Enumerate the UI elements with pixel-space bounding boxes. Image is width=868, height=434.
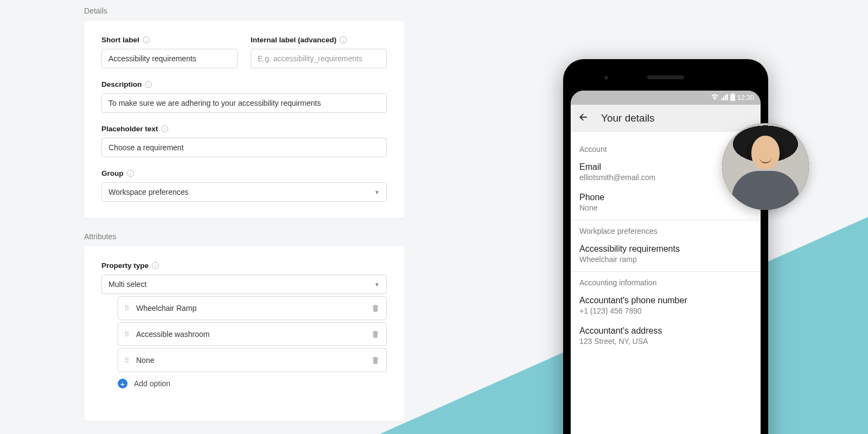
wifi-icon bbox=[711, 94, 719, 102]
avatar bbox=[722, 123, 809, 210]
item-value: None bbox=[579, 203, 752, 212]
short-label-text: Short label bbox=[101, 36, 139, 44]
description-label-text: Description bbox=[101, 80, 142, 88]
item-key: Phone bbox=[579, 193, 752, 202]
signal-icon bbox=[721, 94, 728, 102]
phone-preview: 12:30 Your details Account Email elliots… bbox=[563, 59, 768, 434]
option-label[interactable]: Accessible washroom bbox=[136, 330, 371, 339]
info-icon[interactable]: i bbox=[127, 170, 134, 177]
option-row: ⠿ Wheelchair Ramp bbox=[118, 296, 387, 320]
item-key: Accountant's phone number bbox=[579, 296, 752, 305]
add-option-button[interactable]: + Add option bbox=[118, 379, 387, 388]
drag-handle-icon[interactable]: ⠿ bbox=[124, 333, 129, 336]
section-header-workplace: Workplace preferences bbox=[579, 221, 752, 240]
item-key: Accountant's address bbox=[579, 326, 752, 336]
divider bbox=[571, 220, 761, 220]
item-value: 123 Street, NY, USA bbox=[579, 337, 752, 346]
group-select[interactable]: Workspace preferences▼ bbox=[101, 182, 387, 202]
option-label[interactable]: Wheelchair Ramp bbox=[136, 304, 371, 312]
drag-handle-icon[interactable]: ⠿ bbox=[124, 359, 129, 362]
trash-icon[interactable] bbox=[371, 329, 380, 339]
drag-handle-icon[interactable]: ⠿ bbox=[124, 307, 129, 310]
phone-speaker bbox=[647, 75, 684, 79]
placeholder-text-input[interactable] bbox=[101, 138, 387, 157]
internal-label-input[interactable] bbox=[251, 49, 387, 68]
add-option-label: Add option bbox=[134, 379, 170, 388]
back-icon[interactable] bbox=[578, 112, 589, 125]
phone-camera bbox=[604, 76, 608, 80]
list-item[interactable]: Accountant's phone number +1 (123) 456 7… bbox=[579, 291, 752, 322]
list-item[interactable]: Accessibility requirements Wheelchair ra… bbox=[579, 240, 752, 270]
description-label: Descriptioni bbox=[101, 80, 387, 88]
item-key: Accessibility requirements bbox=[579, 244, 752, 254]
details-section-title: Details bbox=[84, 7, 404, 15]
section-header-accounting: Accounting information bbox=[579, 273, 752, 291]
placeholder-text-label-text: Placeholder text bbox=[101, 125, 158, 133]
trash-icon[interactable] bbox=[371, 355, 380, 365]
info-icon[interactable]: i bbox=[161, 125, 168, 132]
attributes-section-title: Attributes bbox=[84, 232, 404, 241]
property-type-select-value: Multi select bbox=[108, 280, 146, 289]
short-label-label: Short labeli bbox=[101, 36, 238, 44]
item-value: Wheelchair ramp bbox=[579, 255, 752, 264]
item-value: +1 (123) 456 7890 bbox=[579, 307, 752, 315]
property-type-select[interactable]: Multi select▼ bbox=[101, 275, 387, 294]
info-icon[interactable]: i bbox=[145, 81, 152, 88]
description-input[interactable] bbox=[101, 93, 387, 113]
property-type-label-text: Property type bbox=[101, 261, 149, 270]
property-type-label: Property typei bbox=[101, 261, 387, 270]
option-row: ⠿ None bbox=[118, 348, 387, 372]
group-label: Groupi bbox=[101, 169, 387, 177]
group-select-value: Workspace preferences bbox=[108, 188, 189, 196]
details-card: Short labeli Internal label (advanced)i … bbox=[84, 21, 404, 218]
internal-label-text: Internal label (advanced) bbox=[251, 36, 336, 44]
info-icon[interactable]: i bbox=[340, 36, 347, 43]
status-time: 12:30 bbox=[737, 94, 754, 101]
plus-icon: + bbox=[118, 379, 127, 388]
list-item[interactable]: Phone None bbox=[579, 188, 752, 219]
app-bar: Your details bbox=[571, 105, 761, 132]
option-label[interactable]: None bbox=[136, 356, 371, 365]
info-icon[interactable]: i bbox=[152, 262, 159, 269]
option-row: ⠿ Accessible washroom bbox=[118, 322, 387, 346]
status-bar: 12:30 bbox=[571, 91, 761, 105]
chevron-down-icon: ▼ bbox=[374, 282, 380, 288]
info-icon[interactable]: i bbox=[143, 36, 150, 43]
group-label-text: Group bbox=[101, 169, 124, 177]
list-item[interactable]: Accountant's address 123 Street, NY, USA bbox=[579, 322, 752, 352]
battery-icon bbox=[730, 93, 735, 103]
placeholder-text-label: Placeholder texti bbox=[101, 125, 387, 133]
attributes-card: Property typei Multi select▼ ⠿ Wheelchai… bbox=[84, 246, 404, 421]
internal-label-label: Internal label (advanced)i bbox=[251, 36, 387, 44]
trash-icon[interactable] bbox=[371, 303, 380, 313]
chevron-down-icon: ▼ bbox=[374, 189, 380, 195]
screen-title: Your details bbox=[601, 112, 655, 124]
divider bbox=[571, 271, 761, 272]
short-label-input[interactable] bbox=[101, 49, 238, 68]
